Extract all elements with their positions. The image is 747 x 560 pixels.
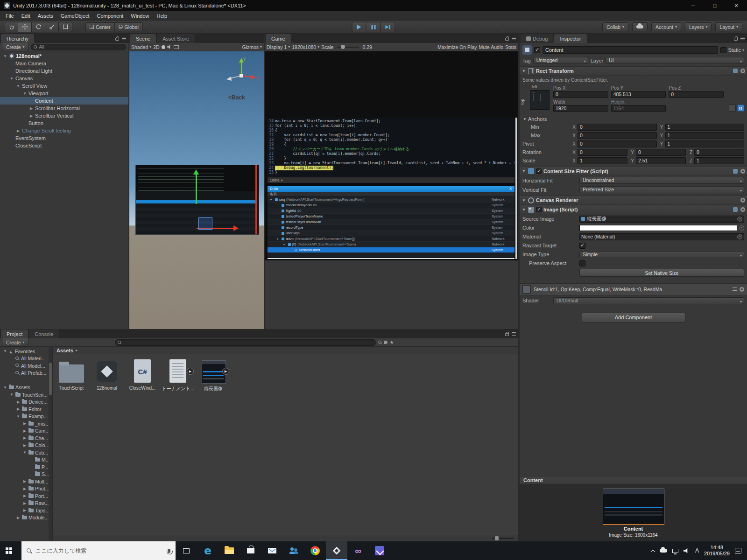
gear-icon[interactable] [740, 69, 745, 73]
add-component-button[interactable]: Add Component [582, 313, 685, 322]
static-toggle[interactable]: Static ▾ [720, 47, 744, 53]
panel-menu-icon[interactable] [122, 37, 126, 40]
pivot-toggle-button[interactable]: Center [85, 22, 114, 31]
taskbar-search-input[interactable]: ここに入力して検索 [21, 541, 176, 560]
tab-console[interactable]: Console [29, 329, 59, 338]
pos-x-field[interactable]: 0 [553, 91, 608, 98]
menu-item[interactable]: Component [93, 11, 127, 20]
foldout-arrow-icon[interactable]: ▼ [3, 54, 7, 58]
panel-menu-icon[interactable] [512, 37, 516, 40]
project-tree-item[interactable]: ▼ Assets [0, 384, 52, 392]
gear-icon[interactable] [740, 207, 745, 212]
hierarchy-item[interactable]: Main Camera [0, 60, 128, 67]
asset-tile[interactable]: トーナメント... [161, 359, 195, 392]
project-tree-item[interactable]: ▶ Cam... [0, 427, 52, 435]
component-enabled-checkbox[interactable] [536, 207, 542, 212]
taskbar-app-file-explorer[interactable] [218, 541, 240, 560]
shader-dropdown[interactable]: UI/Default [553, 297, 744, 304]
foldout-arrow-icon[interactable]: ▼ [9, 392, 14, 397]
project-tree-item[interactable]: S... [0, 471, 52, 478]
rotate-tool-button[interactable] [32, 22, 45, 32]
foldout-arrow-icon[interactable]: ▼ [521, 198, 526, 203]
gameobject-name-field[interactable]: Content [543, 46, 718, 54]
foldout-arrow-icon[interactable]: ▶ [22, 429, 27, 433]
project-tree-item[interactable]: ▶ Module... [0, 514, 52, 522]
audio-toggle-icon[interactable] [167, 45, 172, 49]
active-checkbox[interactable] [534, 47, 540, 53]
account-dropdown[interactable]: Account▾ [651, 22, 681, 31]
foldout-arrow-icon[interactable]: ▶ [22, 443, 27, 448]
2d-toggle[interactable]: 2D [153, 44, 159, 50]
tab-debug[interactable]: Debug [521, 34, 553, 43]
scale-slider[interactable] [337, 47, 359, 48]
volume-icon[interactable] [684, 548, 690, 553]
foldout-arrow-icon[interactable]: ▶ [16, 129, 21, 133]
microphone-icon[interactable] [168, 549, 170, 553]
preserve-aspect-checkbox[interactable] [579, 260, 585, 266]
project-tree-item[interactable]: ▶ _mis... [0, 420, 52, 427]
image-type-dropdown[interactable]: Simple [579, 251, 744, 258]
foldout-arrow-icon[interactable]: ▶ [22, 487, 27, 491]
lock-icon[interactable] [734, 38, 738, 41]
tab-game[interactable]: Game [266, 34, 291, 43]
blueprint-mode-toggle[interactable] [729, 105, 736, 112]
project-tree-item[interactable]: ▶ Port... [0, 492, 52, 500]
tab-project[interactable]: Project [1, 329, 28, 338]
set-native-size-button[interactable]: Set Native Size [579, 269, 744, 277]
hierarchy-item[interactable]: ▼ Viewport [0, 90, 128, 97]
project-tree-scrollbar[interactable] [49, 347, 52, 541]
asset-tile[interactable]: C# CloseWind... [126, 359, 159, 391]
taskbar-app-visual-studio[interactable] [347, 541, 369, 560]
project-tree-item[interactable]: ▶ Device... [0, 399, 52, 406]
material-header[interactable]: Stencil Id:1, Op:Keep, Comp:Equal, Write… [520, 283, 747, 295]
hierarchy-item[interactable]: ▼ Canvas [0, 75, 128, 82]
project-tree-item[interactable]: P... [0, 463, 52, 471]
foldout-arrow-icon[interactable]: ▼ [521, 208, 526, 212]
menu-item[interactable]: Help [153, 11, 171, 20]
cloud-button[interactable] [632, 22, 648, 31]
menu-item[interactable]: Window [127, 11, 153, 20]
component-header[interactable]: ▼ Content Size Fitter (Script) [520, 167, 747, 176]
pause-button[interactable] [366, 22, 381, 32]
hierarchy-search-input[interactable]: All [31, 44, 127, 50]
foldout-arrow-icon[interactable]: ▼ [3, 385, 7, 390]
maximize-button[interactable]: □ [704, 0, 726, 11]
favorites-star-icon[interactable]: ★ [390, 340, 394, 345]
anchor-min-x-field[interactable]: 0 [578, 124, 657, 131]
menu-item[interactable]: GameObject [57, 11, 93, 20]
scale-y-field[interactable]: 2.51 [636, 157, 686, 164]
foldout-arrow-icon[interactable]: ▶ [29, 106, 34, 111]
vertical-fit-dropdown[interactable]: Preferred Size [579, 186, 744, 193]
tag-dropdown[interactable]: Untagged [533, 57, 588, 64]
scale-z-field[interactable]: 1 [694, 157, 744, 164]
foldout-arrow-icon[interactable]: ▼ [16, 84, 21, 88]
task-view-button[interactable] [176, 541, 197, 560]
tab-hierarchy[interactable]: Hierarchy [1, 34, 34, 43]
project-tree-item[interactable]: All Materi... [0, 355, 52, 363]
anchor-preset-widget[interactable]: left top [522, 84, 551, 113]
scene-ui-canvas-preview[interactable] [135, 165, 259, 235]
project-tree-item[interactable]: ▶ Colo... [0, 442, 52, 449]
scene-orientation-gizmo[interactable]: x y [222, 54, 261, 93]
panel-menu-icon[interactable] [512, 332, 516, 336]
project-tree-item[interactable] [0, 377, 52, 384]
taskbar-clock[interactable]: 14:48 2019/05/29 [704, 545, 730, 557]
hierarchy-item[interactable]: ▶ Scrollbar Horizontal [0, 105, 128, 112]
hierarchy-item[interactable]: EventSystem [0, 134, 128, 142]
color-swatch[interactable] [579, 225, 737, 231]
action-center-icon[interactable] [735, 548, 741, 553]
rotation-y-field[interactable]: 0 [636, 149, 686, 156]
gizmos-dropdown[interactable]: Gizmos▾ [242, 44, 262, 50]
pivot-y-field[interactable]: 1 [665, 140, 745, 147]
project-create-button[interactable]: Create▾ [2, 338, 29, 347]
layers-dropdown[interactable]: Layers▾ [685, 22, 712, 31]
asset-tile[interactable]: 128nomal [90, 359, 124, 391]
rect-tool-button[interactable] [59, 22, 72, 32]
lock-icon[interactable] [115, 38, 119, 41]
rotation-x-field[interactable]: 0 [578, 149, 627, 156]
asset-tile[interactable]: 縦長画像 [197, 359, 230, 392]
foldout-arrow-icon[interactable]: ▶ [22, 508, 27, 512]
height-field[interactable]: 1164 [611, 105, 666, 112]
project-tree-item[interactable]: ▼ TouchScri... [0, 391, 52, 399]
lock-icon[interactable] [505, 38, 509, 41]
